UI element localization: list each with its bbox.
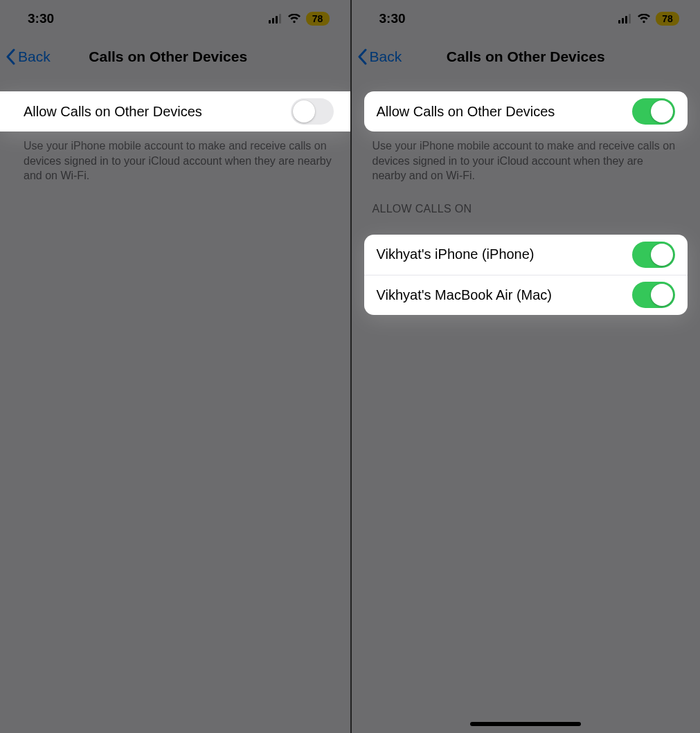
main-toggle-card: Allow Calls on Other Devices	[0, 91, 350, 132]
status-time: 3:30	[379, 11, 406, 26]
status-indicators: 78	[269, 12, 330, 26]
page-title: Calls on Other Devices	[89, 48, 247, 65]
status-bar: 3:30 78	[0, 0, 350, 37]
devices-card: Vikhyat's iPhone (iPhone) Vikhyat's MacB…	[364, 235, 688, 315]
svg-rect-4	[618, 20, 620, 24]
device-label: Vikhyat's MacBook Air (Mac)	[377, 287, 553, 303]
svg-rect-1	[272, 18, 274, 24]
wifi-icon	[637, 14, 651, 24]
content-area: Allow Calls on Other Devices Use your iP…	[0, 91, 350, 183]
svg-rect-0	[269, 20, 271, 24]
back-label: Back	[18, 48, 51, 65]
svg-rect-6	[625, 16, 627, 24]
cellular-icon	[269, 14, 282, 24]
chevron-left-icon	[6, 48, 15, 65]
devices-section-header: ALLOW CALLS ON	[352, 183, 701, 219]
device-toggle-iphone[interactable]	[632, 242, 675, 268]
device-row-mac[interactable]: Vikhyat's MacBook Air (Mac)	[364, 275, 688, 315]
allow-calls-row[interactable]: Allow Calls on Other Devices	[0, 91, 350, 132]
footer-description: Use your iPhone mobile account to make a…	[352, 132, 701, 183]
svg-rect-3	[279, 14, 281, 24]
main-toggle-card: Allow Calls on Other Devices	[364, 91, 688, 132]
back-button[interactable]: Back	[357, 37, 402, 76]
back-label: Back	[370, 48, 402, 65]
screenshot-right: 3:30 78 Back Calls on Other Devices Allo…	[350, 0, 701, 733]
allow-calls-label: Allow Calls on Other Devices	[24, 104, 202, 120]
footer-description: Use your iPhone mobile account to make a…	[0, 132, 350, 183]
nav-bar: Back Calls on Other Devices	[0, 37, 350, 76]
nav-bar: Back Calls on Other Devices	[352, 37, 701, 76]
status-time: 3:30	[28, 11, 54, 26]
allow-calls-label: Allow Calls on Other Devices	[377, 104, 555, 120]
svg-rect-2	[276, 16, 278, 24]
status-bar: 3:30 78	[352, 0, 701, 37]
allow-calls-toggle[interactable]	[291, 98, 334, 125]
svg-rect-5	[622, 18, 624, 24]
svg-rect-7	[629, 14, 631, 24]
chevron-left-icon	[357, 48, 367, 65]
home-indicator	[470, 722, 581, 726]
device-row-iphone[interactable]: Vikhyat's iPhone (iPhone)	[364, 235, 688, 275]
device-label: Vikhyat's iPhone (iPhone)	[377, 246, 535, 262]
allow-calls-row[interactable]: Allow Calls on Other Devices	[364, 91, 688, 132]
battery-indicator: 78	[656, 12, 679, 26]
screenshot-left: 3:30 78 Back Calls on Other Devices Allo…	[0, 0, 350, 733]
status-indicators: 78	[618, 12, 679, 26]
device-toggle-mac[interactable]	[632, 282, 675, 308]
back-button[interactable]: Back	[6, 37, 51, 76]
cellular-icon	[618, 14, 632, 24]
content-area: Allow Calls on Other Devices Use your iP…	[352, 91, 701, 315]
allow-calls-toggle[interactable]	[632, 98, 675, 125]
wifi-icon	[287, 14, 301, 24]
battery-indicator: 78	[306, 12, 330, 26]
page-title: Calls on Other Devices	[447, 48, 605, 65]
